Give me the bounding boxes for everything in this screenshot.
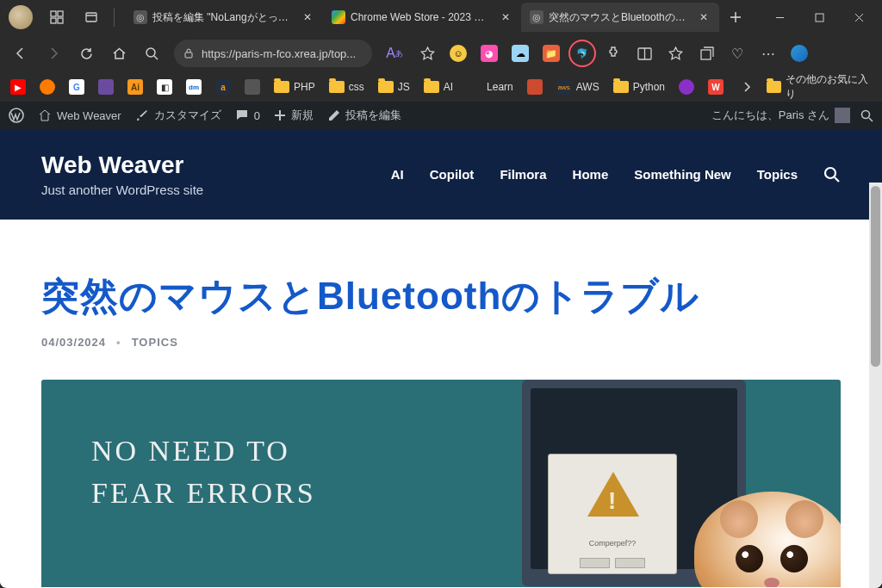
bm-app-3[interactable]: ◧ bbox=[152, 75, 177, 99]
maximize-button[interactable] bbox=[799, 0, 839, 34]
bm-ai[interactable]: Ai bbox=[122, 75, 148, 99]
bm-app-4[interactable] bbox=[239, 75, 265, 99]
ext-icon-3[interactable]: ☁ bbox=[506, 40, 534, 67]
bm-amazon[interactable]: a bbox=[210, 75, 236, 99]
favicon-icon: ◎ bbox=[134, 10, 147, 24]
bm-other-favorites[interactable]: その他のお気に入り bbox=[761, 75, 877, 99]
close-icon[interactable]: ✕ bbox=[697, 10, 711, 24]
bm-label: JS bbox=[398, 81, 410, 93]
ext-icon-highlighted[interactable]: 🐬 bbox=[568, 40, 596, 67]
svg-rect-2 bbox=[51, 18, 56, 23]
page-scrollbar[interactable] bbox=[869, 183, 882, 588]
tab-1[interactable]: ◎ 投稿を編集 "NoLangがとってもマー ✕ bbox=[125, 3, 323, 32]
close-icon[interactable]: ✕ bbox=[301, 10, 314, 24]
svg-rect-4 bbox=[86, 13, 96, 22]
nav-copilot[interactable]: Copilot bbox=[430, 167, 475, 182]
wp-customize[interactable]: カスタマイズ bbox=[135, 108, 221, 123]
reader-button[interactable]: Aあ bbox=[379, 38, 410, 69]
split-screen-icon[interactable] bbox=[630, 40, 658, 67]
close-icon[interactable]: ✕ bbox=[499, 10, 512, 24]
nav-something-new[interactable]: Something New bbox=[634, 167, 731, 182]
bm-folder-php[interactable]: PHP bbox=[269, 75, 320, 99]
hero-hamster bbox=[677, 457, 841, 587]
forward-button[interactable] bbox=[38, 38, 69, 69]
hero-dialog: Comperpef?? bbox=[548, 454, 677, 574]
bm-overflow-chevron[interactable] bbox=[736, 75, 758, 99]
ext-icon-2[interactable]: ◕ bbox=[475, 40, 503, 67]
bm-app-2[interactable] bbox=[93, 75, 119, 99]
lock-icon bbox=[183, 47, 195, 59]
tab-strip: ◎ 投稿を編集 "NoLangがとってもマー ✕ Chrome Web Stor… bbox=[125, 3, 760, 32]
primary-nav: AI Copilot Filmora Home Something New To… bbox=[391, 166, 841, 183]
wp-admin-bar: Web Weaver カスタマイズ 0 新規 投稿を編集 こんにちは、Paris… bbox=[0, 102, 882, 129]
collections-icon[interactable] bbox=[693, 40, 720, 67]
nav-ai[interactable]: AI bbox=[391, 167, 404, 182]
bm-label: AWS bbox=[576, 81, 599, 93]
more-menu-icon[interactable]: ⋯ bbox=[755, 40, 782, 67]
site-title[interactable]: Web Weaver bbox=[41, 152, 391, 179]
new-tab-button[interactable] bbox=[723, 4, 748, 30]
search-icon bbox=[860, 109, 873, 122]
wp-label: 新規 bbox=[291, 108, 314, 123]
post-date: 04/03/2024 bbox=[41, 336, 106, 349]
bm-app-5[interactable] bbox=[522, 75, 548, 99]
ext-icon-1[interactable]: ☺ bbox=[444, 40, 472, 67]
nav-topics[interactable]: Topics bbox=[757, 167, 798, 182]
minimize-button[interactable] bbox=[760, 0, 799, 34]
tabs-overview-icon[interactable] bbox=[76, 2, 107, 33]
bm-label: Learn bbox=[487, 81, 513, 93]
wp-label: カスタマイズ bbox=[154, 108, 221, 123]
bm-folder-css[interactable]: css bbox=[324, 75, 370, 99]
close-window-button[interactable] bbox=[839, 0, 879, 34]
favicon-icon bbox=[332, 10, 345, 24]
tab-3[interactable]: ◎ 突然のマウスとBluetoothのトラブル ✕ bbox=[521, 3, 719, 32]
nav-filmora[interactable]: Filmora bbox=[500, 167, 546, 182]
favorite-button[interactable] bbox=[412, 38, 443, 69]
bm-folder-python[interactable]: Python bbox=[608, 75, 670, 99]
search-button[interactable] bbox=[136, 38, 167, 69]
tab-2[interactable]: Chrome Web Store - 2023 年のお ✕ bbox=[323, 3, 521, 32]
bm-google[interactable]: G bbox=[64, 75, 90, 99]
wp-greeting[interactable]: こんにちは、Paris さん bbox=[711, 108, 850, 123]
nav-home[interactable]: Home bbox=[573, 167, 609, 182]
tab-title: Chrome Web Store - 2023 年のお bbox=[351, 10, 494, 25]
bm-folder-js[interactable]: JS bbox=[373, 75, 415, 99]
profile-avatar[interactable] bbox=[9, 5, 33, 29]
bm-dmm[interactable]: dm bbox=[181, 75, 207, 99]
svg-rect-0 bbox=[51, 11, 56, 16]
bm-youtube[interactable]: ▶ bbox=[5, 75, 31, 99]
bm-folder-ai[interactable]: AI bbox=[419, 75, 458, 99]
favorites-button[interactable] bbox=[662, 40, 689, 67]
search-toggle[interactable] bbox=[823, 166, 841, 183]
bm-app-7[interactable]: W bbox=[703, 75, 729, 99]
window-titlebar: ◎ 投稿を編集 "NoLangがとってもマー ✕ Chrome Web Stor… bbox=[0, 0, 882, 34]
home-icon bbox=[38, 108, 52, 122]
address-bar[interactable]: https://paris-m-fco.xrea.jp/top... bbox=[174, 40, 372, 67]
ext-icon-4[interactable]: 📁 bbox=[537, 40, 565, 67]
folder-icon bbox=[274, 81, 289, 93]
wp-new[interactable]: 新規 bbox=[274, 108, 314, 123]
workspaces-icon[interactable] bbox=[41, 2, 72, 33]
site-tagline: Just another WordPress site bbox=[41, 183, 391, 197]
bm-app-6[interactable] bbox=[674, 75, 699, 99]
refresh-button[interactable] bbox=[71, 38, 102, 69]
search-icon bbox=[823, 166, 841, 183]
wp-site-name[interactable]: Web Weaver bbox=[38, 108, 121, 122]
wp-logo[interactable] bbox=[9, 108, 24, 123]
wp-edit-post[interactable]: 投稿を編集 bbox=[327, 108, 401, 123]
post-meta: 04/03/2024 • TOPICS bbox=[41, 336, 841, 349]
health-icon[interactable]: ♡ bbox=[724, 40, 751, 67]
bm-ms-learn[interactable]: Learn bbox=[462, 75, 519, 99]
bm-app-1[interactable] bbox=[34, 75, 60, 99]
scrollbar-thumb[interactable] bbox=[871, 186, 880, 367]
wp-comments[interactable]: 0 bbox=[235, 108, 260, 122]
back-button[interactable] bbox=[5, 38, 36, 69]
home-button[interactable] bbox=[103, 38, 134, 69]
hero-text-line1: NO NEED TO bbox=[91, 430, 453, 472]
copilot-icon[interactable] bbox=[786, 40, 813, 67]
post-category[interactable]: TOPICS bbox=[132, 336, 178, 349]
wp-search[interactable] bbox=[860, 109, 873, 122]
extensions-menu-icon[interactable] bbox=[599, 40, 627, 67]
bm-aws[interactable]: awsAWS bbox=[551, 75, 605, 99]
warning-icon bbox=[587, 472, 639, 517]
